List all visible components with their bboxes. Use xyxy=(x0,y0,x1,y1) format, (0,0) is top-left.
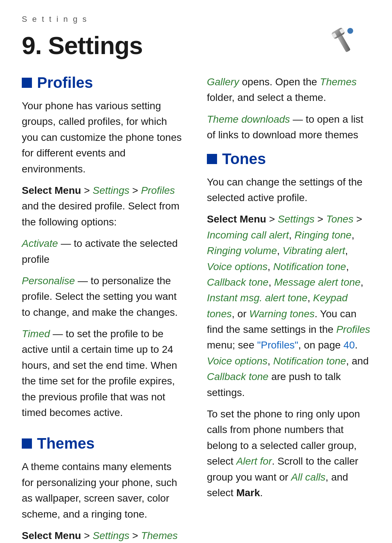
tones-intro: You can change the settings of the selec… xyxy=(207,174,370,206)
profiles-icon xyxy=(22,78,32,88)
profiles-body: Your phone has various setting groups, c… xyxy=(22,98,185,420)
themes-intro: A theme contains many elements for perso… xyxy=(22,459,185,522)
profiles-timed: Timed — to set the profile to be active … xyxy=(22,326,185,420)
content-columns: Profiles Your phone has various setting … xyxy=(22,70,370,543)
profiles-personalise: Personalise — to personalize the profile… xyxy=(22,273,185,320)
themes-title: Themes xyxy=(37,435,95,452)
themes-gallery: Gallery opens. Open the Themes folder, a… xyxy=(207,74,370,106)
breadcrumb: S e t t i n g s xyxy=(22,15,370,24)
themes-downloads: Theme downloads — to open a list of link… xyxy=(207,111,370,143)
tones-title: Tones xyxy=(222,150,266,168)
svg-point-4 xyxy=(347,28,353,34)
themes-heading: Themes xyxy=(22,435,185,452)
tones-heading: Tones xyxy=(207,150,370,168)
tones-alert: To set the phone to ring only upon calls… xyxy=(207,406,370,501)
profiles-activate: Activate — to activate the selected prof… xyxy=(22,236,185,267)
wrench-icon xyxy=(323,22,363,62)
profiles-nav: Select Menu > Settings > Profiles and th… xyxy=(22,183,185,230)
themes-section: Themes A theme contains many elements fo… xyxy=(22,435,185,543)
page-container: S e t t i n g s 9. Settings xyxy=(0,0,392,543)
profiles-nav-settings: Settings xyxy=(93,185,129,196)
profiles-nav-select: Select xyxy=(22,185,52,196)
tones-icon xyxy=(207,154,217,164)
profiles-nav-profiles: Profiles xyxy=(141,185,175,196)
profiles-nav-menu: Menu xyxy=(54,185,81,196)
profiles-heading: Profiles xyxy=(22,74,185,91)
column-right: Gallery opens. Open the Themes folder, a… xyxy=(207,70,370,543)
tones-section: Tones You can change the settings of the… xyxy=(207,150,370,501)
page-title: 9. Settings xyxy=(22,31,370,60)
themes-continued: Gallery opens. Open the Themes folder, a… xyxy=(207,74,370,143)
profiles-intro: Your phone has various setting groups, c… xyxy=(22,98,185,177)
themes-body: A theme contains many elements for perso… xyxy=(22,459,185,543)
tones-nav: Select Menu > Settings > Tones > Incomin… xyxy=(207,211,370,400)
column-left: Profiles Your phone has various setting … xyxy=(22,70,185,543)
themes-icon xyxy=(22,438,32,449)
profiles-title: Profiles xyxy=(37,74,93,91)
tones-body: You can change the settings of the selec… xyxy=(207,174,370,501)
themes-nav: Select Menu > Settings > Themes and from… xyxy=(22,528,185,543)
